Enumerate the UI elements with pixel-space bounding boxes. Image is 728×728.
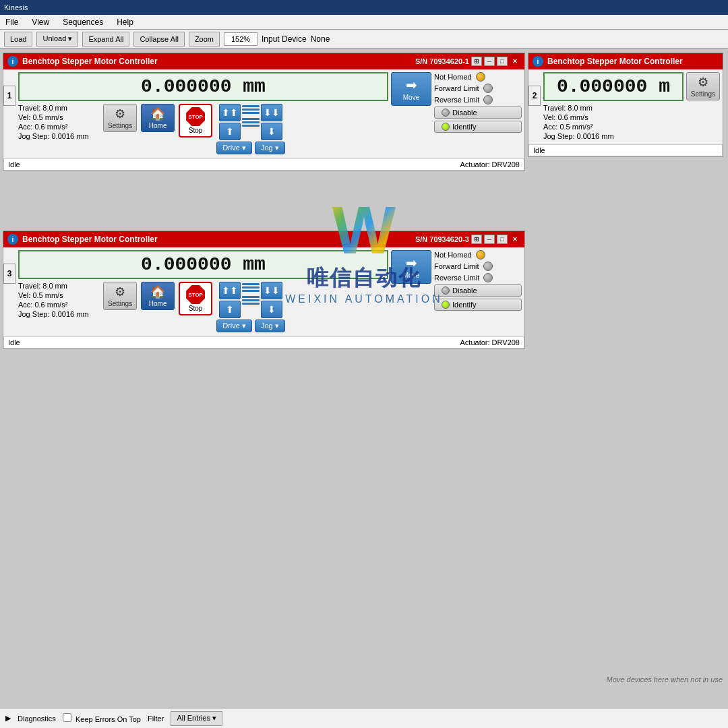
menu-sequences[interactable]: Sequences: [60, 17, 106, 28]
panel1-travel: Travel: 8.0 mm: [18, 104, 99, 112]
panel3-close-btn[interactable]: ✕: [510, 235, 520, 244]
panel1-home-button[interactable]: 🏠 Home: [141, 104, 175, 132]
panel3-up-fast-btn[interactable]: ⬆⬆: [219, 282, 241, 299]
panel2-settings-button[interactable]: ⚙ Settings: [686, 72, 720, 100]
panel3-status-bar: Idle Actuator: DRV208: [3, 336, 524, 348]
menu-file[interactable]: File: [3, 17, 21, 28]
panel2-vel: Vel: 0.6 mm/s: [543, 113, 684, 121]
panel1-identify-button[interactable]: Identify: [434, 121, 522, 133]
toolbar: Load Unload ▾ Expand All Collapse All Zo…: [0, 30, 728, 49]
panel3-identify-button[interactable]: Identify: [434, 299, 522, 311]
panel1-identify-led: [442, 123, 450, 131]
collapse-all-button[interactable]: Collapse All: [133, 32, 184, 47]
panel1-up-btn[interactable]: ⬆: [219, 123, 241, 140]
input-device-label: Input Device: [262, 34, 307, 44]
panel1-down-btn[interactable]: ⬇: [261, 123, 282, 140]
panel1-drive-button[interactable]: Drive ▾: [216, 142, 252, 154]
panel1-header: i Benchtop Stepper Motor Controller S/N …: [3, 53, 524, 69]
panel3-min-btn[interactable]: ─: [484, 235, 495, 244]
panel2-travel: Travel: 8.0 mm: [543, 104, 684, 112]
panel3-down-btn[interactable]: ⬇: [261, 301, 282, 318]
panel3-jog-button[interactable]: Jog ▾: [255, 320, 285, 332]
panel3-acc: Acc: 0.6 mm/s²: [18, 301, 99, 309]
panel3-num: 3: [3, 264, 16, 284]
panel1-idle-status: Idle: [8, 160, 20, 169]
panel3-vel: Vel: 0.5 mm/s: [18, 291, 99, 299]
zoom-input[interactable]: [224, 32, 257, 46]
panel1-reverse-limit-label: Reverse Limit: [434, 96, 479, 104]
unload-button[interactable]: Unload ▾: [36, 32, 78, 47]
panel2-acc: Acc: 0.5 mm/s²: [543, 123, 684, 131]
panel3-idle-status: Idle: [8, 338, 20, 346]
panel3-title: Benchtop Stepper Motor Controller: [22, 235, 158, 244]
panel3-position: 0.000000 mm: [18, 250, 388, 279]
panel2-info-icon[interactable]: i: [533, 56, 543, 67]
panel2-num: 2: [528, 86, 541, 106]
panel3-not-homed-label: Not Homed: [434, 251, 472, 259]
diagnostics-label[interactable]: Diagnostics: [18, 715, 56, 723]
panel1-acc: Acc: 0.6 mm/s²: [18, 123, 99, 131]
panel1-num: 1: [3, 86, 16, 106]
panel1-settings-button[interactable]: ⚙ Settings: [103, 104, 137, 132]
panel3-restore-btn[interactable]: □: [497, 235, 508, 244]
controller-panel-3: i Benchtop Stepper Motor Controller S/N …: [3, 231, 525, 349]
zoom-button[interactable]: Zoom: [189, 32, 220, 47]
panel3-settings-button[interactable]: ⚙ Settings: [103, 282, 137, 310]
panel1-down-fast-btn[interactable]: ⬇⬇: [261, 104, 282, 121]
panel3-status-col: Not Homed Forward Limit Reverse Limit Di…: [434, 250, 522, 311]
panel1-actuator: Actuator: DRV208: [460, 160, 520, 169]
menu-bar: File View Sequences Help: [0, 15, 728, 30]
panel1-forward-limit-led: [483, 84, 493, 93]
panel1-disable-led: [442, 109, 450, 117]
panel1-restore-btn[interactable]: □: [497, 57, 508, 66]
panel1-position: 0.000000 mm: [18, 72, 388, 101]
panel1-jog-step: Jog Step: 0.0016 mm: [18, 132, 99, 140]
panel3-not-homed-led: [476, 250, 485, 260]
menu-help[interactable]: Help: [114, 17, 136, 28]
panel2-position: 0.000000 m: [543, 72, 684, 101]
panel1-close-btn[interactable]: ✕: [510, 57, 520, 66]
panel3-grid-btn[interactable]: ⊞: [471, 235, 482, 244]
panel1-stop-button[interactable]: STOP Stop: [179, 104, 212, 138]
panel1-not-homed-label: Not Homed: [434, 73, 472, 81]
panel3-sn: S/N 70934620-3: [415, 235, 469, 243]
panel1-forward-limit-label: Forward Limit: [434, 84, 479, 92]
panel1-not-homed-led: [476, 72, 485, 82]
panel3-info-icon[interactable]: i: [7, 234, 18, 245]
panel1-min-btn[interactable]: ─: [484, 57, 495, 66]
keep-errors-checkbox[interactable]: [63, 713, 71, 722]
panel2-jog-step: Jog Step: 0.0016 mm: [543, 132, 684, 140]
bottom-bar: ▶ Diagnostics Keep Errors On Top Filter …: [0, 708, 728, 728]
panel3-stop-button[interactable]: STOP Stop: [179, 282, 212, 315]
move-hint: Move devices here when not in use: [607, 675, 723, 684]
panel1-disable-button[interactable]: Disable: [434, 107, 522, 119]
panel3-down-fast-btn[interactable]: ⬇⬇: [261, 282, 282, 299]
load-button[interactable]: Load: [4, 32, 32, 47]
panel1-move-button[interactable]: ➡ Move: [391, 72, 431, 106]
panel3-home-button[interactable]: 🏠 Home: [141, 282, 175, 310]
panel1-grid-btn[interactable]: ⊞: [471, 57, 482, 66]
expand-all-button[interactable]: Expand All: [82, 32, 129, 47]
all-entries-button[interactable]: All Entries ▾: [171, 711, 222, 726]
panel3-up-btn[interactable]: ⬆: [219, 301, 241, 318]
filter-label: Filter: [148, 715, 164, 723]
panel1-jog-button[interactable]: Jog ▾: [255, 142, 285, 154]
panel3-reverse-limit-label: Reverse Limit: [434, 274, 479, 282]
panel3-travel: Travel: 8.0 mm: [18, 282, 99, 290]
panel1-up-fast-btn[interactable]: ⬆⬆: [219, 104, 241, 121]
panel2-header: i Benchtop Stepper Motor Controller: [528, 53, 723, 69]
menu-view[interactable]: View: [29, 17, 52, 28]
panel1-info-icon[interactable]: i: [7, 56, 18, 67]
controller-panel-2: i Benchtop Stepper Motor Controller 2 0.…: [528, 53, 723, 157]
panel1-status-bar: Idle Actuator: DRV208: [3, 158, 524, 171]
input-device-value: None: [311, 34, 330, 44]
keep-errors-label[interactable]: Keep Errors On Top: [63, 713, 141, 723]
panel3-drive-button[interactable]: Drive ▾: [216, 320, 252, 332]
panel3-jog-step: Jog Step: 0.0016 mm: [18, 310, 99, 318]
panel1-reverse-limit-led: [483, 95, 493, 104]
panel3-disable-button[interactable]: Disable: [434, 284, 522, 297]
panel2-idle-status: Idle: [533, 146, 545, 154]
panel1-title: Benchtop Stepper Motor Controller: [22, 57, 158, 66]
panel2-status-bar: Idle: [528, 144, 723, 156]
panel3-move-button[interactable]: ➡ Move: [391, 250, 431, 284]
